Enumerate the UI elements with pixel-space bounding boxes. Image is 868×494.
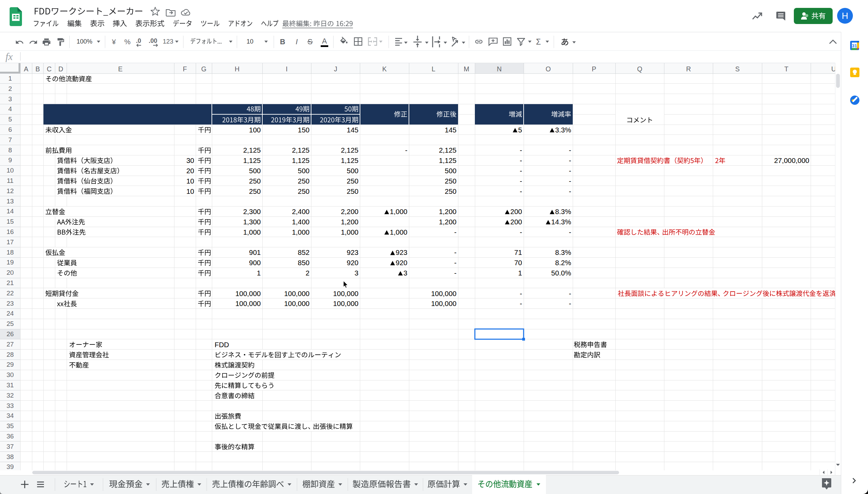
svg-text:3: 3 bbox=[403, 269, 407, 277]
svg-text:123: 123 bbox=[163, 38, 173, 45]
svg-text:-: - bbox=[569, 290, 571, 297]
svg-text:920: 920 bbox=[396, 259, 407, 267]
svg-text:-: - bbox=[520, 299, 522, 307]
svg-text:1,200: 1,200 bbox=[439, 208, 456, 215]
svg-text:S: S bbox=[735, 65, 740, 73]
svg-text:9: 9 bbox=[8, 156, 12, 164]
svg-text:K: K bbox=[382, 65, 387, 73]
svg-text:250: 250 bbox=[445, 177, 456, 185]
svg-text:1: 1 bbox=[257, 269, 261, 277]
svg-text:12: 12 bbox=[7, 187, 14, 195]
svg-text:1,000: 1,000 bbox=[243, 228, 261, 236]
svg-text:E: E bbox=[118, 65, 123, 73]
svg-text:50.0%: 50.0% bbox=[551, 269, 571, 277]
svg-text:1: 1 bbox=[8, 75, 12, 82]
svg-text:33: 33 bbox=[7, 402, 14, 409]
svg-text:14: 14 bbox=[7, 208, 14, 215]
svg-text:.0: .0 bbox=[136, 37, 141, 44]
svg-text:100,000: 100,000 bbox=[333, 299, 358, 307]
svg-text:F: F bbox=[183, 65, 187, 73]
svg-text:250: 250 bbox=[298, 187, 309, 195]
svg-text:20: 20 bbox=[186, 167, 194, 175]
svg-text:100,000: 100,000 bbox=[431, 290, 456, 297]
svg-text:D: D bbox=[58, 65, 63, 73]
svg-text:250: 250 bbox=[347, 187, 358, 195]
svg-text:-: - bbox=[454, 259, 457, 267]
svg-text:1,000: 1,000 bbox=[292, 228, 309, 236]
svg-text:-: - bbox=[520, 146, 522, 154]
svg-text:250: 250 bbox=[249, 177, 261, 185]
svg-text:100,000: 100,000 bbox=[333, 290, 358, 297]
svg-text:-: - bbox=[520, 156, 522, 164]
svg-text:26: 26 bbox=[7, 330, 14, 338]
svg-text:4: 4 bbox=[8, 105, 12, 113]
svg-text:250: 250 bbox=[445, 187, 456, 195]
svg-text:2: 2 bbox=[8, 85, 12, 92]
svg-text:17: 17 bbox=[7, 238, 14, 246]
svg-text:Σ: Σ bbox=[536, 37, 541, 46]
svg-text:-: - bbox=[569, 187, 571, 195]
svg-text:900: 900 bbox=[249, 259, 261, 267]
svg-text:23: 23 bbox=[7, 300, 14, 307]
svg-text:P: P bbox=[592, 65, 596, 73]
svg-text:145: 145 bbox=[445, 126, 456, 134]
svg-text:36: 36 bbox=[7, 433, 14, 440]
svg-text:500: 500 bbox=[347, 167, 358, 175]
svg-text:H: H bbox=[842, 11, 848, 21]
svg-text:1: 1 bbox=[518, 269, 522, 277]
svg-text:-: - bbox=[520, 177, 522, 185]
svg-text:34: 34 bbox=[7, 412, 14, 419]
svg-text:-: - bbox=[454, 248, 457, 256]
svg-text:-: - bbox=[569, 156, 571, 164]
svg-text:B: B bbox=[35, 65, 40, 73]
svg-text:.00: .00 bbox=[149, 37, 157, 44]
svg-text:100,000: 100,000 bbox=[284, 299, 309, 307]
svg-text:10: 10 bbox=[247, 38, 253, 45]
svg-text:38: 38 bbox=[7, 453, 14, 460]
svg-text:200: 200 bbox=[510, 218, 522, 226]
svg-text:N: N bbox=[497, 65, 502, 73]
svg-text:3: 3 bbox=[355, 269, 358, 277]
svg-text:-: - bbox=[569, 228, 571, 236]
svg-text:-: - bbox=[569, 167, 571, 175]
svg-text:30: 30 bbox=[186, 156, 194, 164]
svg-text:8: 8 bbox=[8, 146, 12, 154]
svg-text:32: 32 bbox=[7, 392, 14, 399]
svg-text:-: - bbox=[520, 290, 522, 297]
svg-text:10: 10 bbox=[7, 167, 14, 174]
svg-text:2,125: 2,125 bbox=[243, 146, 261, 154]
svg-text:G: G bbox=[201, 65, 206, 73]
svg-text:200: 200 bbox=[510, 208, 522, 215]
svg-text:FDD: FDD bbox=[215, 341, 229, 349]
svg-text:145: 145 bbox=[347, 126, 358, 134]
svg-text:19: 19 bbox=[7, 259, 14, 266]
svg-text:923: 923 bbox=[347, 248, 358, 256]
svg-text:M: M bbox=[464, 65, 469, 73]
svg-text:25: 25 bbox=[7, 320, 14, 327]
svg-text:1,125: 1,125 bbox=[292, 156, 309, 164]
svg-text:L: L bbox=[432, 65, 435, 73]
svg-text:250: 250 bbox=[347, 177, 358, 185]
svg-text:-: - bbox=[520, 167, 522, 175]
svg-text:-: - bbox=[520, 187, 522, 195]
svg-text:fx: fx bbox=[5, 51, 13, 62]
svg-text:1,200: 1,200 bbox=[439, 218, 456, 226]
svg-text:100%: 100% bbox=[77, 38, 92, 45]
svg-text:150: 150 bbox=[298, 126, 309, 134]
svg-text:2,200: 2,200 bbox=[341, 208, 358, 215]
svg-text:2: 2 bbox=[306, 269, 309, 277]
svg-text:-: - bbox=[454, 228, 457, 236]
svg-text:O: O bbox=[546, 65, 551, 73]
svg-text:500: 500 bbox=[249, 167, 261, 175]
svg-text:C: C bbox=[47, 65, 52, 73]
svg-text:2,125: 2,125 bbox=[292, 146, 309, 154]
svg-text:27,000,000: 27,000,000 bbox=[774, 156, 809, 164]
svg-text:-: - bbox=[569, 177, 571, 185]
svg-text:1,000: 1,000 bbox=[390, 228, 407, 236]
svg-text:8.2%: 8.2% bbox=[555, 259, 571, 267]
svg-text:1,400: 1,400 bbox=[292, 218, 309, 226]
svg-text:923: 923 bbox=[396, 248, 407, 256]
svg-text:852: 852 bbox=[298, 248, 309, 256]
svg-text:A: A bbox=[24, 65, 28, 73]
svg-text:2,400: 2,400 bbox=[292, 208, 309, 215]
